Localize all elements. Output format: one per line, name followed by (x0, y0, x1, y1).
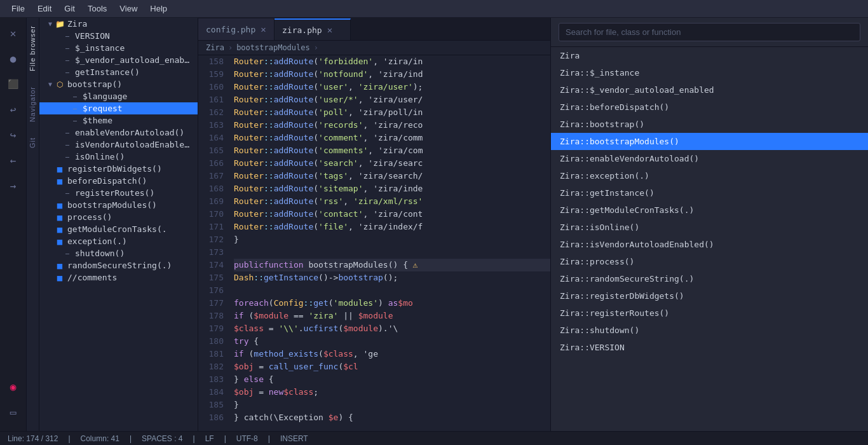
autocomplete-item[interactable]: Zira::enableVendorAutoload() (551, 150, 868, 167)
color-icon[interactable]: ◉ (2, 375, 25, 398)
tree-item-enableVendorAutoload--[interactable]: –enableVendorAutoload() (39, 127, 198, 139)
autocomplete-item[interactable]: Zira::$_vendor_autoload_enabled (551, 81, 868, 99)
autocomplete-input[interactable] (559, 23, 860, 41)
line-number: 159 (198, 68, 224, 81)
file-icon: – (70, 104, 80, 113)
tree-item-bootstrapModules--[interactable]: ■bootstrapModules() (39, 199, 198, 211)
menu-file[interactable]: File (5, 3, 31, 15)
menu-edit[interactable]: Edit (31, 3, 58, 15)
autocomplete-item[interactable]: Zira::VERSION (551, 339, 868, 356)
autocomplete-item[interactable]: Zira::isVendorAutoloadEnabled() (551, 236, 868, 253)
tree-arrow-icon (46, 201, 55, 210)
file-blue-icon: ■ (55, 165, 65, 174)
line-number: 170 (198, 208, 224, 221)
code-line: $obj = new $class; (234, 386, 550, 399)
tab-git[interactable]: Git (27, 130, 39, 156)
tree-item-exception--[interactable]: ■exception(.) (39, 235, 198, 247)
tab-close-zira[interactable]: ✕ (327, 25, 332, 34)
autocomplete-item[interactable]: Zira::getModuleCronTasks(.) (551, 202, 868, 219)
tree-item-beforeDispatch--[interactable]: ■beforeDispatch() (39, 175, 198, 187)
code-line: } catch(\Exception $e) { (234, 411, 550, 424)
image-icon[interactable]: ⬛ (2, 72, 25, 95)
tree-item-isOnline--[interactable]: –isOnline() (39, 151, 198, 163)
tree-item--request[interactable]: –$request (39, 102, 198, 114)
tree-item-isVendorAutoloadEnabled--[interactable]: –isVendorAutoloadEnabled() (39, 139, 198, 151)
tree-label: isOnline() (75, 152, 125, 161)
tree-item---comments[interactable]: ■//comments (39, 271, 198, 284)
autocomplete-item[interactable]: Zira::bootstrap() (551, 116, 868, 133)
autocomplete-item[interactable]: Zira::process() (551, 253, 868, 270)
tree-label: randomSecureString(.) (67, 261, 172, 270)
tab-config-php[interactable]: config.php ✕ (198, 18, 275, 40)
tree-item-shutdown--[interactable]: –shutdown() (39, 247, 198, 259)
code-line: Router::addRoute('user', 'zira/user'); (234, 81, 550, 93)
tree-label: VERSION (75, 31, 110, 41)
left-arrow-icon[interactable]: ← (2, 149, 25, 172)
code-line: Router::addRoute('contact', 'zira/cont (234, 208, 550, 221)
line-number: 184 (198, 386, 224, 399)
autocomplete-item[interactable]: Zira::exception(.) (551, 167, 868, 184)
file-icon: – (70, 92, 80, 101)
status-line-col: Line: 174 / 312 (8, 434, 58, 443)
line-number: 181 (198, 348, 224, 360)
tree-item-process--[interactable]: ■process() (39, 211, 198, 223)
code-line: Router::addRoute('sitemap', 'zira/inde (234, 182, 550, 195)
autocomplete-item[interactable]: Zira::registerDbWidgets() (551, 287, 868, 305)
tree-label: registerRoutes() (75, 188, 154, 198)
autocomplete-item[interactable]: Zira::randomSecureString(.) (551, 270, 868, 287)
tree-item-registerRoutes--[interactable]: –registerRoutes() (39, 187, 198, 199)
autocomplete-item[interactable]: Zira::bootstrapModules() (551, 133, 868, 150)
menu-help[interactable]: Help (144, 3, 173, 15)
tree-root[interactable]: ▼ 📁 Zira (39, 18, 198, 30)
tree-arrow-icon (46, 213, 55, 222)
autocomplete-item[interactable]: Zira::beforeDispatch() (551, 99, 868, 116)
dot-icon[interactable]: ● (2, 47, 25, 70)
code-line: Router::addRoute('tags', 'zira/search/ (234, 170, 550, 182)
redo-icon[interactable]: ↪ (2, 123, 25, 146)
tree-item-getInstance--[interactable]: –getInstance() (39, 66, 198, 78)
file-blue-icon: ■ (55, 237, 65, 246)
menu-tools[interactable]: Tools (81, 3, 113, 15)
tab-navigator[interactable]: Navigator (27, 79, 39, 130)
status-sep-4: | (224, 434, 226, 443)
tree-item--language[interactable]: –$language (39, 90, 198, 102)
code-editor: 1581591601611621631641651661671681691701… (198, 55, 550, 431)
tree-item-VERSION[interactable]: –VERSION (39, 30, 198, 42)
undo-icon[interactable]: ↩ (2, 98, 25, 121)
breadcrumb-zira[interactable]: Zira (206, 43, 224, 52)
tree-arrow-icon (53, 249, 62, 258)
tree-item-getModuleCronTasks--[interactable]: ■getModuleCronTasks(. (39, 223, 198, 235)
code-content[interactable]: Router::addRoute('forbidden', 'zira/inRo… (229, 55, 550, 431)
tree-item--_instance[interactable]: –$_instance (39, 42, 198, 54)
autocomplete-item[interactable]: Zira::isOnline() (551, 219, 868, 236)
autocomplete-item[interactable]: Zira::shutdown() (551, 322, 868, 339)
tab-close-config[interactable]: ✕ (261, 25, 266, 34)
close-icon[interactable]: ✕ (2, 22, 25, 44)
tab-zira-php[interactable]: zira.php ✕ (275, 18, 351, 40)
status-column: Column: 41 (81, 434, 119, 443)
tree-label: $theme (83, 116, 112, 125)
breadcrumb-bootstrap[interactable]: bootstrapModules (236, 43, 310, 52)
bottom-icon[interactable]: ▭ (2, 400, 25, 423)
autocomplete-item[interactable]: Zira (551, 47, 868, 64)
right-arrow-icon[interactable]: → (2, 174, 25, 197)
code-line: Router::addRoute('poll', 'zira/poll/in (234, 106, 550, 119)
autocomplete-item[interactable]: Zira::getInstance() (551, 184, 868, 202)
file-blue-icon: ■ (55, 213, 65, 222)
editor-area: config.php ✕ zira.php ✕ Zira › bootstrap… (198, 18, 550, 431)
autocomplete-item[interactable]: Zira::registerRoutes() (551, 305, 868, 322)
menu-view[interactable]: View (113, 3, 144, 15)
code-line: } (234, 233, 550, 246)
tree-item--_vendor_autoload_enabled[interactable]: –$_vendor_autoload_enabled (39, 54, 198, 66)
autocomplete-item[interactable]: Zira::$_instance (551, 64, 868, 81)
menu-git[interactable]: Git (58, 3, 81, 15)
tree-arrow-icon (46, 177, 55, 186)
tree-item-registerDbWidgets--[interactable]: ■registerDbWidgets() (39, 163, 198, 175)
tree-item-bootstrap--[interactable]: ▼⬡bootstrap() (39, 78, 198, 90)
tree-label: $language (83, 92, 127, 101)
file-icon: – (62, 44, 72, 53)
tree-arrow-icon (53, 128, 62, 137)
tree-item-randomSecureString--[interactable]: ■randomSecureString(.) (39, 259, 198, 271)
tab-file-browser[interactable]: File browser (27, 18, 39, 79)
tree-item--theme[interactable]: –$theme (39, 114, 198, 127)
